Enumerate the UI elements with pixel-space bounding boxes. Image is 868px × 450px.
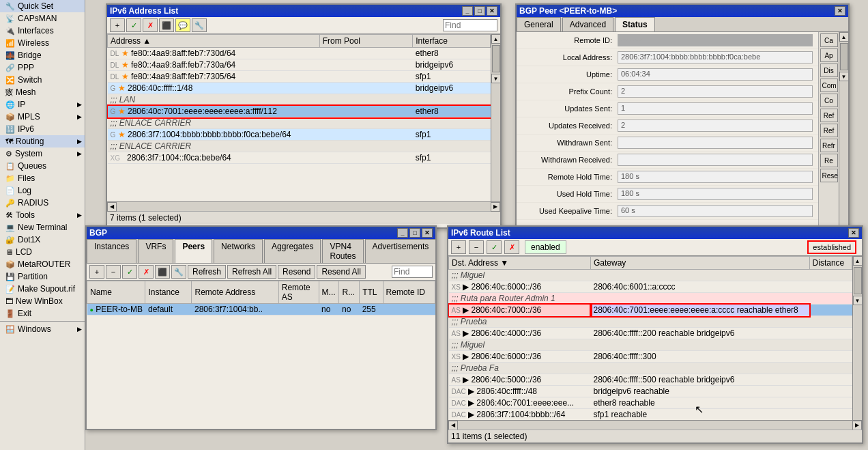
route-minus-btn[interactable]: −	[469, 240, 484, 254]
bgp-add-btn[interactable]: +	[89, 265, 104, 279]
scroll-thumb[interactable]	[492, 45, 500, 72]
btn-dis[interactable]: Dis	[820, 64, 838, 77]
sidebar-item-lcd[interactable]: 🖥 LCD	[0, 246, 85, 258]
bgp-resend-all-btn[interactable]: Resend All	[317, 265, 365, 279]
ipv6-minimize-btn[interactable]: _	[462, 6, 473, 16]
bgp-close-btn[interactable]: ✕	[422, 228, 433, 238]
sidebar-item-radius[interactable]: 🔑 RADIUS	[0, 197, 85, 209]
scroll-left-btn[interactable]: ◀	[107, 202, 117, 212]
scroll-down-btn[interactable]: ▼	[491, 74, 501, 83]
tab-vpn4routes[interactable]: VPN4 Routes	[322, 239, 363, 263]
sidebar-item-newwinbox[interactable]: 🗔 New WinBox	[0, 295, 85, 307]
sidebar-item-tools[interactable]: 🛠 Tools ▶	[0, 209, 85, 221]
bgp-check-btn[interactable]: ✓	[122, 265, 137, 279]
table-row[interactable]: DAC ▶ 2806:40c:7001:eeee:eee... ether8 r…	[449, 397, 852, 409]
table-row[interactable]: XG 2806:3f7:1004::f0ca:bebe/64 sfp1	[108, 152, 491, 164]
bgp-delete-btn[interactable]: ✗	[139, 265, 154, 279]
bgp-peer-scrollbar[interactable]: ▲ ▼	[839, 32, 848, 241]
btn-rese[interactable]: Rese	[820, 169, 838, 182]
tab-general[interactable]: General	[517, 17, 561, 31]
table-row[interactable]: DL ★ fe80::4aa9:8aff:feb7:7305/64 sfp1	[108, 71, 491, 83]
sidebar-item-ipv6[interactable]: 🔢 IPv6	[0, 123, 85, 135]
sidebar-item-dot1x[interactable]: 🔐 Dot1X	[0, 234, 85, 246]
sidebar-item-quickset[interactable]: 🔧 Quick Set	[0, 0, 85, 12]
scroll-up-btn[interactable]: ▲	[491, 34, 501, 44]
table-row[interactable]: G ★ 2806:40c:ffff::1/48 bridgeipv6	[108, 83, 491, 94]
bgp-peer-row[interactable]: ● PEER-to-MB default 2806:3f7:1004:bb.. …	[87, 304, 435, 315]
tab-advanced[interactable]: Advanced	[562, 17, 613, 31]
sidebar-item-metarouter[interactable]: 📦 MetaROUTER	[0, 258, 85, 270]
sidebar-item-bridge[interactable]: 🌉 Bridge	[0, 49, 85, 61]
ipv6-hscrollbar[interactable]: ◀ ▶	[107, 201, 500, 211]
ipv6-check-btn[interactable]: ✓	[126, 18, 141, 32]
sidebar-item-ppp[interactable]: 🔗 PPP	[0, 61, 85, 74]
table-row[interactable]: XS ▶ 2806:40c:6000::/36 2806:40c:ffff::3…	[449, 351, 852, 363]
ipv6-scrollbar[interactable]: ▲ ▼	[491, 34, 500, 201]
sidebar-item-ip[interactable]: 🌐 IP ▶	[0, 98, 85, 111]
ipv6-close-btn[interactable]: ✕	[487, 6, 497, 16]
btn-ca[interactable]: Ca	[820, 33, 838, 47]
route-check-btn[interactable]: ✓	[487, 240, 502, 254]
sidebar-item-capsman[interactable]: 📡 CAPsMAN	[0, 12, 85, 25]
bgp-resend-btn[interactable]: Resend	[278, 265, 315, 279]
sidebar-item-queues[interactable]: 📋 Queues	[0, 160, 85, 172]
scroll-right-btn[interactable]: ▶	[491, 202, 500, 212]
bgp-minus-btn[interactable]: −	[106, 265, 121, 279]
bgp-refresh-all-btn[interactable]: Refresh All	[227, 265, 276, 279]
sidebar-item-mesh[interactable]: 🕸 Mesh	[0, 86, 85, 98]
bgp-refresh-btn[interactable]: Refresh	[188, 265, 226, 279]
sidebar-item-partition[interactable]: 💾 Partition	[0, 270, 85, 283]
route-add-btn[interactable]: +	[451, 240, 466, 254]
ipv6-maximize-btn[interactable]: □	[474, 6, 485, 16]
ipv6-comment-btn[interactable]: 💬	[175, 18, 190, 32]
table-row[interactable]: DL ★ fe80::4aa9:8aff:feb7:730d/64 ether8	[108, 48, 491, 59]
table-row[interactable]: AS ▶ 2806:40c:7000::/36 2806:40c:7001:ee…	[449, 305, 852, 316]
route-scroll-left[interactable]: ◀	[448, 421, 458, 430]
bgp-filter-btn[interactable]: 🔧	[171, 265, 186, 279]
route-scrollbar[interactable]: ▲ ▼	[852, 256, 862, 420]
tab-advertisements[interactable]: Advertisements	[365, 239, 437, 263]
tab-aggregates[interactable]: Aggregates	[264, 239, 321, 263]
ipv6-route-close-btn[interactable]: ✕	[848, 228, 859, 238]
btn-co[interactable]: Co	[820, 94, 838, 107]
btn-refr[interactable]: Refr	[820, 139, 838, 152]
table-row[interactable]: DAC ▶ 2806:3f7:1004:bbbb::/64 sfp1 reach…	[449, 409, 852, 421]
ipv6-filter-btn[interactable]: 🔧	[192, 18, 207, 32]
btn-ref1[interactable]: Ref	[820, 109, 838, 122]
table-row[interactable]: AS ▶ 2806:40c:5000::/36 2806:40c:ffff::5…	[449, 374, 852, 386]
bgp-minimize-btn[interactable]: _	[397, 228, 408, 238]
peer-scroll-up[interactable]: ▲	[839, 32, 849, 42]
ipv6-add-btn[interactable]: +	[110, 18, 125, 32]
tab-instances[interactable]: Instances	[87, 239, 136, 263]
route-scroll-right[interactable]: ▶	[852, 421, 862, 430]
sidebar-item-exit[interactable]: 🚪 Exit	[0, 307, 85, 320]
peer-scroll-down[interactable]: ▼	[839, 72, 849, 81]
tab-vrfs[interactable]: VRFs	[138, 239, 173, 263]
sidebar-item-log[interactable]: 📄 Log	[0, 184, 85, 197]
table-row[interactable]: G ★ 2806:3f7:1004:bbbb:bbbb:bbbb:f0ca:be…	[108, 129, 491, 141]
table-row[interactable]: G ★ 2806:40c:7001:eeee:eeee:eeee:a:ffff/…	[108, 106, 491, 117]
bgp-search-input[interactable]	[392, 266, 433, 278]
table-row[interactable]: DL ★ fe80::4aa9:8aff:feb7:730a/64 bridge…	[108, 59, 491, 71]
tab-status[interactable]: Status	[615, 17, 655, 31]
bgp-maximize-btn[interactable]: □	[409, 228, 420, 238]
table-row[interactable]: DAC ▶ 2806:40c:ffff::/48 bridgeipv6 reac…	[449, 386, 852, 397]
sidebar-item-routing[interactable]: 🗺 Routing ▶	[0, 135, 85, 147]
sidebar-item-mpls[interactable]: 📦 MPLS ▶	[0, 111, 85, 123]
table-row[interactable]: XS ▶ 2806:40c:6000::/36 2806:40c:6001::a…	[449, 281, 852, 293]
route-scroll-down[interactable]: ▼	[853, 296, 863, 305]
ipv6-copy-btn[interactable]: ⬛	[159, 18, 174, 32]
table-row[interactable]: AS ▶ 2806:40c:4000::/36 2806:40c:ffff::2…	[449, 328, 852, 339]
btn-ap[interactable]: Ap	[820, 48, 838, 62]
sidebar-item-switch[interactable]: 🔀 Switch	[0, 74, 85, 86]
tab-networks[interactable]: Networks	[214, 239, 263, 263]
ipv6-delete-btn[interactable]: ✗	[143, 18, 158, 32]
sidebar-item-windows[interactable]: 🪟 Windows ▶	[0, 323, 85, 335]
tab-peers[interactable]: Peers	[175, 239, 212, 263]
bgp-copy-btn[interactable]: ⬛	[155, 265, 170, 279]
sidebar-item-wireless[interactable]: 📶 Wireless	[0, 37, 85, 49]
btn-ref2[interactable]: Ref	[820, 124, 838, 137]
route-delete-btn[interactable]: ✗	[504, 240, 519, 254]
sidebar-item-newterminal[interactable]: 💻 New Terminal	[0, 221, 85, 234]
route-hscrollbar[interactable]: ◀ ▶	[448, 420, 862, 430]
